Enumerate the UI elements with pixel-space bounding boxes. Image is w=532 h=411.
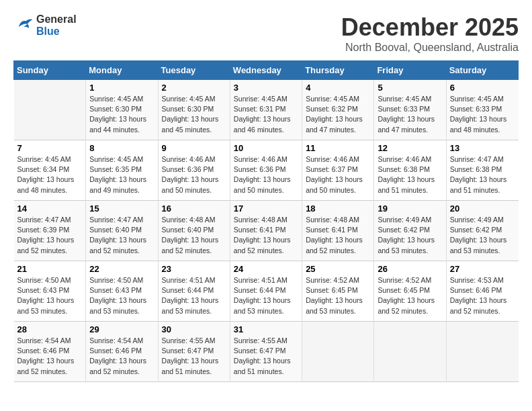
day-detail: Sunrise: 4:47 AMSunset: 6:39 PMDaylight:…	[17, 215, 83, 256]
day-number: 2	[162, 83, 226, 93]
day-detail: Sunrise: 4:46 AMSunset: 6:38 PMDaylight:…	[378, 154, 442, 195]
table-row: 27 Sunrise: 4:53 AMSunset: 6:46 PMDaylig…	[446, 261, 518, 322]
day-number: 31	[234, 324, 298, 334]
table-row: 31 Sunrise: 4:55 AMSunset: 6:47 PMDaylig…	[230, 322, 302, 382]
day-number: 18	[306, 203, 370, 214]
day-detail: Sunrise: 4:48 AMSunset: 6:41 PMDaylight:…	[306, 215, 370, 256]
day-number: 21	[17, 264, 83, 274]
day-number: 12	[378, 143, 442, 153]
page-header: General Blue December 2025 North Booval,…	[13, 13, 519, 54]
day-detail: Sunrise: 4:45 AMSunset: 6:31 PMDaylight:…	[234, 94, 298, 135]
table-row: 1 Sunrise: 4:45 AMSunset: 6:30 PMDayligh…	[86, 80, 158, 140]
logo-blue-text: Blue	[36, 26, 60, 37]
calendar-week-row: 21 Sunrise: 4:50 AMSunset: 6:43 PMDaylig…	[14, 261, 519, 322]
table-row: 26 Sunrise: 4:52 AMSunset: 6:45 PMDaylig…	[374, 261, 446, 322]
day-number: 6	[450, 83, 515, 93]
day-detail: Sunrise: 4:50 AMSunset: 6:43 PMDaylight:…	[17, 275, 83, 316]
col-wednesday: Wednesday	[230, 61, 302, 80]
day-number: 19	[378, 203, 442, 214]
table-row: 17 Sunrise: 4:48 AMSunset: 6:41 PMDaylig…	[230, 201, 302, 261]
title-area: December 2025 North Booval, Queensland, …	[341, 13, 519, 54]
day-number: 23	[162, 264, 226, 274]
day-number: 28	[17, 324, 83, 334]
table-row: 23 Sunrise: 4:51 AMSunset: 6:44 PMDaylig…	[158, 261, 230, 322]
day-detail: Sunrise: 4:46 AMSunset: 6:37 PMDaylight:…	[306, 154, 370, 195]
day-detail: Sunrise: 4:45 AMSunset: 6:30 PMDaylight:…	[89, 94, 154, 135]
day-detail: Sunrise: 4:48 AMSunset: 6:40 PMDaylight:…	[162, 215, 226, 256]
day-number: 29	[89, 324, 154, 334]
day-number: 27	[450, 264, 515, 274]
day-number: 22	[89, 264, 154, 274]
table-row: 24 Sunrise: 4:51 AMSunset: 6:44 PMDaylig…	[230, 261, 302, 322]
calendar-week-row: 28 Sunrise: 4:54 AMSunset: 6:46 PMDaylig…	[14, 322, 519, 382]
table-row: 12 Sunrise: 4:46 AMSunset: 6:38 PMDaylig…	[374, 140, 446, 201]
calendar-week-row: 1 Sunrise: 4:45 AMSunset: 6:30 PMDayligh…	[14, 80, 519, 140]
calendar-week-row: 14 Sunrise: 4:47 AMSunset: 6:39 PMDaylig…	[14, 201, 519, 261]
location-title: North Booval, Queensland, Australia	[341, 42, 519, 54]
day-detail: Sunrise: 4:54 AMSunset: 6:46 PMDaylight:…	[17, 336, 83, 377]
col-saturday: Saturday	[446, 61, 518, 80]
table-row: 18 Sunrise: 4:48 AMSunset: 6:41 PMDaylig…	[302, 201, 374, 261]
col-sunday: Sunday	[14, 61, 86, 80]
table-row: 22 Sunrise: 4:50 AMSunset: 6:43 PMDaylig…	[86, 261, 158, 322]
day-number: 3	[234, 83, 298, 93]
day-number: 15	[89, 203, 154, 214]
table-row: 14 Sunrise: 4:47 AMSunset: 6:39 PMDaylig…	[14, 201, 86, 261]
calendar-header-row: Sunday Monday Tuesday Wednesday Thursday…	[14, 61, 519, 80]
day-number: 10	[234, 143, 298, 153]
month-title: December 2025	[341, 13, 519, 42]
table-row: 2 Sunrise: 4:45 AMSunset: 6:30 PMDayligh…	[158, 80, 230, 140]
col-tuesday: Tuesday	[158, 61, 230, 80]
table-row: 25 Sunrise: 4:52 AMSunset: 6:45 PMDaylig…	[302, 261, 374, 322]
table-row: 11 Sunrise: 4:46 AMSunset: 6:37 PMDaylig…	[302, 140, 374, 201]
day-number: 16	[162, 203, 226, 214]
table-row: 7 Sunrise: 4:45 AMSunset: 6:34 PMDayligh…	[14, 140, 86, 201]
day-number: 11	[306, 143, 370, 153]
day-detail: Sunrise: 4:45 AMSunset: 6:34 PMDaylight:…	[17, 154, 83, 195]
day-number: 9	[162, 143, 226, 153]
day-number: 24	[234, 264, 298, 274]
table-row: 20 Sunrise: 4:49 AMSunset: 6:42 PMDaylig…	[446, 201, 518, 261]
day-detail: Sunrise: 4:45 AMSunset: 6:33 PMDaylight:…	[378, 94, 442, 135]
day-detail: Sunrise: 4:49 AMSunset: 6:42 PMDaylight:…	[378, 215, 442, 256]
day-detail: Sunrise: 4:47 AMSunset: 6:40 PMDaylight:…	[89, 215, 154, 256]
table-row	[374, 322, 446, 382]
day-detail: Sunrise: 4:46 AMSunset: 6:36 PMDaylight:…	[234, 154, 298, 195]
day-detail: Sunrise: 4:51 AMSunset: 6:44 PMDaylight:…	[234, 275, 298, 316]
day-number: 8	[89, 143, 154, 153]
day-detail: Sunrise: 4:52 AMSunset: 6:45 PMDaylight:…	[306, 275, 370, 316]
table-row: 15 Sunrise: 4:47 AMSunset: 6:40 PMDaylig…	[86, 201, 158, 261]
table-row: 19 Sunrise: 4:49 AMSunset: 6:42 PMDaylig…	[374, 201, 446, 261]
table-row: 30 Sunrise: 4:55 AMSunset: 6:47 PMDaylig…	[158, 322, 230, 382]
day-number: 20	[450, 203, 515, 214]
col-monday: Monday	[86, 61, 158, 80]
table-row	[14, 80, 86, 140]
table-row: 9 Sunrise: 4:46 AMSunset: 6:36 PMDayligh…	[158, 140, 230, 201]
day-detail: Sunrise: 4:47 AMSunset: 6:38 PMDaylight:…	[450, 154, 515, 195]
day-number: 14	[17, 203, 83, 214]
table-row: 16 Sunrise: 4:48 AMSunset: 6:40 PMDaylig…	[158, 201, 230, 261]
day-number: 17	[234, 203, 298, 214]
table-row: 29 Sunrise: 4:54 AMSunset: 6:46 PMDaylig…	[86, 322, 158, 382]
day-detail: Sunrise: 4:55 AMSunset: 6:47 PMDaylight:…	[234, 336, 298, 377]
table-row: 28 Sunrise: 4:54 AMSunset: 6:46 PMDaylig…	[14, 322, 86, 382]
table-row	[302, 322, 374, 382]
table-row: 4 Sunrise: 4:45 AMSunset: 6:32 PMDayligh…	[302, 80, 374, 140]
table-row: 6 Sunrise: 4:45 AMSunset: 6:33 PMDayligh…	[446, 80, 518, 140]
day-detail: Sunrise: 4:52 AMSunset: 6:45 PMDaylight:…	[378, 275, 442, 316]
day-detail: Sunrise: 4:50 AMSunset: 6:43 PMDaylight:…	[89, 275, 154, 316]
logo-general-text: General	[36, 13, 77, 25]
day-detail: Sunrise: 4:55 AMSunset: 6:47 PMDaylight:…	[162, 336, 226, 377]
day-number: 4	[306, 83, 370, 93]
day-detail: Sunrise: 4:48 AMSunset: 6:41 PMDaylight:…	[234, 215, 298, 256]
day-detail: Sunrise: 4:51 AMSunset: 6:44 PMDaylight:…	[162, 275, 226, 316]
day-number: 7	[17, 143, 83, 153]
day-detail: Sunrise: 4:45 AMSunset: 6:30 PMDaylight:…	[162, 94, 226, 135]
day-detail: Sunrise: 4:49 AMSunset: 6:42 PMDaylight:…	[450, 215, 515, 256]
day-detail: Sunrise: 4:54 AMSunset: 6:46 PMDaylight:…	[89, 336, 154, 377]
calendar-week-row: 7 Sunrise: 4:45 AMSunset: 6:34 PMDayligh…	[14, 140, 519, 201]
day-detail: Sunrise: 4:45 AMSunset: 6:33 PMDaylight:…	[450, 94, 515, 135]
table-row: 5 Sunrise: 4:45 AMSunset: 6:33 PMDayligh…	[374, 80, 446, 140]
table-row: 10 Sunrise: 4:46 AMSunset: 6:36 PMDaylig…	[230, 140, 302, 201]
day-detail: Sunrise: 4:46 AMSunset: 6:36 PMDaylight:…	[162, 154, 226, 195]
